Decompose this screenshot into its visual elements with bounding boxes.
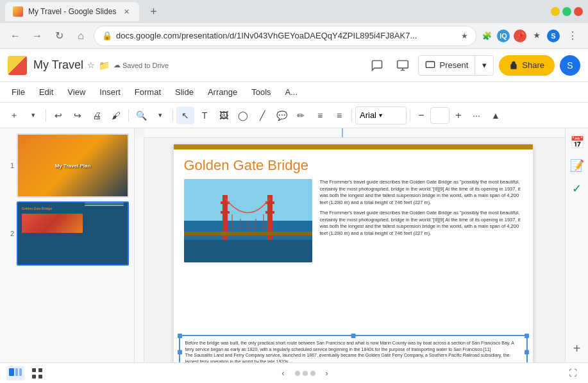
svg-rect-10 bbox=[184, 232, 312, 235]
next-slide-button[interactable]: › bbox=[319, 366, 335, 381]
cloud-icon: ☁ bbox=[113, 61, 121, 69]
slide-dots bbox=[295, 366, 315, 381]
svg-rect-19 bbox=[19, 368, 22, 376]
header-actions: Present ▾ Share S bbox=[367, 55, 580, 76]
maximize-button[interactable] bbox=[562, 7, 571, 16]
ext-iq-icon[interactable]: IQ bbox=[497, 30, 510, 42]
ext-pin-icon[interactable]: 📌 bbox=[514, 30, 526, 42]
menu-more[interactable]: A... bbox=[279, 85, 305, 99]
redo-button[interactable]: ↪ bbox=[69, 106, 87, 124]
slides-sidebar: 1 My Travel Plan 2 Golden Gate Bridge bbox=[0, 128, 135, 362]
paint-format-button[interactable]: 🖌 bbox=[107, 106, 125, 124]
slide-2-number: 2 bbox=[5, 230, 14, 237]
minimize-button[interactable] bbox=[551, 7, 560, 16]
grid-view-button[interactable] bbox=[28, 366, 46, 380]
present-dropdown-button[interactable]: ▾ bbox=[475, 56, 493, 75]
svg-rect-22 bbox=[32, 375, 36, 379]
keep-icon[interactable]: 📝 bbox=[568, 157, 586, 174]
filmstrip-view-button[interactable] bbox=[6, 366, 24, 380]
shape-tool[interactable]: ◯ bbox=[234, 106, 252, 124]
ext-s-icon[interactable]: S bbox=[547, 30, 560, 42]
toolbar-dropdown-button[interactable]: ▾ bbox=[24, 106, 42, 124]
ext-puzzle-icon[interactable]: 🧩 bbox=[480, 30, 493, 42]
tasks-icon[interactable]: ✓ bbox=[568, 180, 586, 198]
handle-rm[interactable] bbox=[525, 350, 529, 355]
slide-dot-3[interactable] bbox=[310, 371, 315, 376]
refresh-button[interactable]: ↻ bbox=[50, 27, 68, 45]
forward-button[interactable]: → bbox=[28, 27, 46, 45]
menu-slide[interactable]: Slide bbox=[169, 85, 200, 99]
slide-dot-1[interactable] bbox=[295, 371, 300, 376]
menu-edit[interactable]: Edit bbox=[33, 85, 60, 99]
bottom-toolbar: ‹ › ⛶ bbox=[0, 362, 588, 383]
menu-format[interactable]: Format bbox=[128, 85, 167, 99]
zoom-dropdown[interactable]: ▾ bbox=[151, 106, 169, 124]
menu-bar: File Edit View Insert Format Slide Arran… bbox=[0, 82, 588, 103]
slide-bottom-textbox[interactable]: Before the bridge was built, the only pr… bbox=[179, 335, 528, 362]
svg-rect-9 bbox=[265, 211, 274, 214]
handle-tm[interactable] bbox=[351, 334, 355, 338]
url-text: docs.google.com/presentation/d/1INv043Vh… bbox=[116, 31, 457, 40]
tab-close-button[interactable]: ✕ bbox=[121, 6, 131, 17]
font-name: Arial bbox=[360, 110, 376, 120]
handle-tl[interactable] bbox=[178, 334, 182, 338]
prev-slide-button[interactable]: ‹ bbox=[276, 366, 291, 381]
browser-menu-button[interactable]: ⋮ bbox=[564, 27, 582, 45]
slide-canvas-wrapper[interactable]: Golden Gate Bridge bbox=[135, 138, 565, 362]
slide-1-thumbnail[interactable]: My Travel Plan bbox=[17, 133, 129, 198]
slide-dot-2[interactable] bbox=[303, 371, 308, 376]
draw-tool[interactable]: ✏ bbox=[292, 106, 310, 124]
slides-icon-button[interactable] bbox=[392, 55, 413, 76]
tab-favicon bbox=[13, 6, 23, 17]
star-icon[interactable]: ☆ bbox=[87, 60, 95, 70]
font-selector[interactable]: Arial ▾ bbox=[355, 106, 407, 124]
menu-arrange[interactable]: Arrange bbox=[201, 85, 244, 99]
toolbar-collapse[interactable]: ▲ bbox=[487, 106, 505, 124]
back-button[interactable]: ← bbox=[6, 27, 24, 45]
add-icon[interactable]: + bbox=[568, 339, 586, 357]
menu-file[interactable]: File bbox=[5, 85, 31, 99]
ext-star-icon[interactable]: ★ bbox=[530, 30, 543, 42]
text-tool[interactable]: T bbox=[196, 106, 214, 124]
font-size-control: − 14 + bbox=[414, 107, 466, 124]
comment-tool[interactable]: 💬 bbox=[273, 106, 290, 124]
slide-paragraph-1: The Frommer's travel guide describes the… bbox=[320, 179, 523, 206]
present-button[interactable]: Present ▾ bbox=[418, 55, 494, 76]
zoom-button[interactable]: 🔍 bbox=[132, 106, 150, 124]
print-button[interactable]: 🖨 bbox=[88, 106, 106, 124]
slide-1-preview: My Travel Plan bbox=[18, 135, 128, 196]
cursor-tool[interactable]: ↖ bbox=[176, 106, 194, 124]
align-right[interactable]: ≡ bbox=[330, 106, 348, 124]
fullscreen-button[interactable]: ⛶ bbox=[564, 364, 582, 382]
svg-rect-20 bbox=[32, 368, 36, 372]
new-tab-button[interactable]: + bbox=[144, 3, 162, 21]
font-size-input[interactable]: 14 bbox=[430, 107, 449, 124]
slide-2-thumbnail[interactable]: Golden Gate Bridge bbox=[17, 201, 129, 266]
font-size-increase[interactable]: + bbox=[451, 108, 466, 123]
folder-icon[interactable]: 📁 bbox=[99, 60, 110, 71]
line-tool[interactable]: ╱ bbox=[253, 106, 271, 124]
close-button[interactable] bbox=[574, 7, 583, 16]
menu-insert[interactable]: Insert bbox=[93, 85, 127, 99]
undo-button[interactable]: ↩ bbox=[49, 106, 67, 124]
font-size-decrease[interactable]: − bbox=[414, 108, 429, 123]
menu-tools[interactable]: Tools bbox=[245, 85, 277, 99]
menu-view[interactable]: View bbox=[61, 85, 92, 99]
toolbar-add-button[interactable]: ＋ bbox=[5, 106, 23, 124]
handle-lm[interactable] bbox=[178, 350, 182, 355]
slide-body: Golden Gate Bridge bbox=[174, 149, 533, 362]
comment-button[interactable] bbox=[367, 55, 387, 76]
user-avatar[interactable]: S bbox=[560, 55, 580, 76]
home-button[interactable]: ⌂ bbox=[72, 27, 90, 45]
handle-tr[interactable] bbox=[525, 334, 529, 338]
toolbar-more[interactable]: ··· bbox=[467, 106, 485, 124]
align-left[interactable]: ≡ bbox=[311, 106, 329, 124]
browser-tab[interactable]: My Travel - Google Slides ✕ bbox=[5, 2, 139, 21]
canvas-main: Golden Gate Bridge bbox=[135, 128, 565, 362]
share-button[interactable]: Share bbox=[499, 55, 555, 76]
image-tool[interactable]: 🖼 bbox=[215, 106, 233, 124]
slide-2-content: Golden Gate Bridge bbox=[18, 203, 128, 264]
address-bar[interactable]: 🔒 docs.google.com/presentation/d/1INv043… bbox=[94, 26, 476, 46]
calendar-icon[interactable]: 📅 bbox=[568, 133, 586, 151]
present-main-button[interactable]: Present bbox=[419, 56, 475, 75]
